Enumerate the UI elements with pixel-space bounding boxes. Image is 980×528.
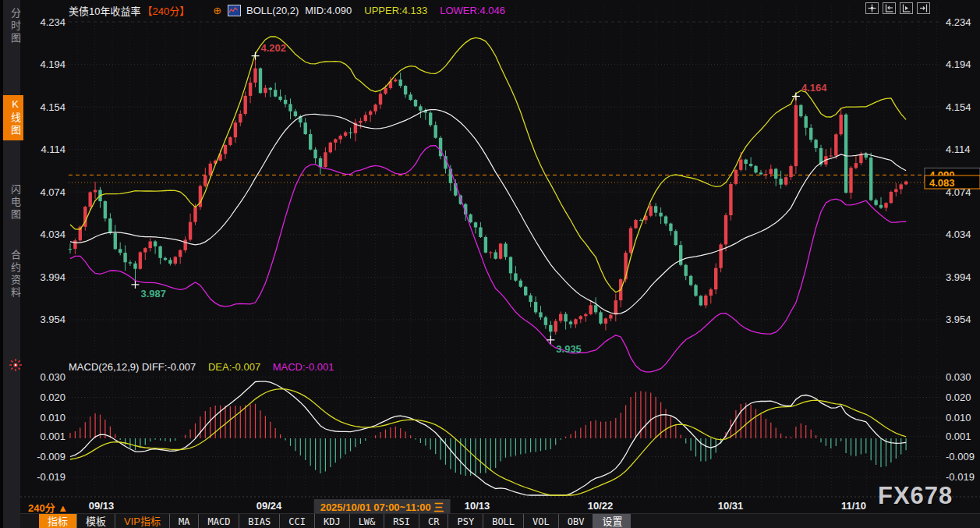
time-axis: 240分 ▲ 09/1309/242025/10/01 07:00~11:00 …	[0, 498, 980, 514]
sidebar-tab-time-chart[interactable]: 分时图	[3, 5, 23, 48]
svg-text:4.202: 4.202	[261, 42, 287, 54]
toolbar-item-BOLL[interactable]: BOLL	[483, 514, 523, 528]
axis-play-icon[interactable]	[900, 2, 913, 14]
svg-text:0.010: 0.010	[40, 412, 65, 423]
toolbar-item-MA[interactable]: MA	[169, 514, 198, 528]
boll-indicator-label: BOLL(20,2)	[246, 5, 299, 16]
svg-text:-0.019: -0.019	[37, 471, 65, 483]
toolbar-item-模板[interactable]: 模板	[76, 514, 115, 528]
indicator-toolbar: 指标模板VIP指标MAMACDBIASCCIKDJLW&RSICRPSYBOLL…	[20, 513, 980, 528]
toolbar-item-PSY[interactable]: PSY	[448, 514, 483, 528]
date-tick-highlight: 2025/10/01 07:00~11:00 三	[314, 499, 451, 514]
svg-text:-0.009: -0.009	[946, 451, 975, 462]
toolbar-item-RSI[interactable]: RSI	[384, 514, 419, 528]
macd-header: MACD(26,12,9) DIFF:-0.007 DEA:-0.007 MAC…	[69, 361, 334, 373]
toolbar-item-MACD[interactable]: MACD	[198, 514, 239, 528]
sidebar-tab-kline-chart[interactable]: K线图	[3, 95, 23, 140]
instrument-title: 美债10年收益率	[69, 3, 140, 18]
svg-text:3.935: 3.935	[556, 343, 582, 355]
svg-text:4.194: 4.194	[946, 58, 971, 70]
svg-text:4.194: 4.194	[40, 58, 65, 70]
svg-text:0.020: 0.020	[946, 392, 971, 403]
fx678-watermark: FX678	[878, 482, 953, 510]
svg-text:0.001: 0.001	[946, 431, 971, 442]
macd-bar-value: MACD:-0.001	[273, 361, 334, 373]
chart-canvas[interactable]: 4.2344.2344.1944.1944.1544.1544.1144.114…	[0, 0, 980, 528]
svg-text:3.994: 3.994	[946, 271, 971, 283]
date-tick: 11/10	[841, 500, 866, 512]
target-circle-icon[interactable]: ⊕	[213, 5, 221, 16]
svg-text:-0.009: -0.009	[37, 451, 65, 462]
svg-text:4.234: 4.234	[946, 16, 971, 28]
pan-crosshair-icon[interactable]	[865, 2, 879, 14]
toolbar-item-KDJ[interactable]: KDJ	[314, 514, 349, 528]
toolbar-item-LW&[interactable]: LW&	[349, 514, 384, 528]
svg-text:3.954: 3.954	[946, 314, 971, 325]
svg-text:4.154: 4.154	[40, 101, 65, 113]
macd-diff-value: MACD(26,12,9) DIFF:-0.007	[69, 361, 196, 373]
left-sidebar: 分时图 K线图 闪电图 合约资料	[0, 0, 20, 528]
mini-line-chart-icon[interactable]	[228, 5, 241, 16]
sidebar-tab-contract-info[interactable]: 合约资料	[3, 246, 23, 303]
toolbar-item-指标[interactable]: 指标	[39, 514, 76, 528]
chart-tool-icons	[865, 2, 930, 14]
chart-header: 美债10年收益率 【240分】 ⊕ BOLL(20,2) MID:4.090 U…	[69, 3, 505, 17]
red-flash-icon	[9, 358, 23, 372]
svg-text:4.083: 4.083	[929, 177, 955, 189]
svg-text:4.034: 4.034	[40, 229, 65, 240]
toolbar-item-设置[interactable]: 设置	[593, 514, 631, 528]
boll-upper-value: UPPER:4.133	[364, 5, 427, 16]
svg-text:0.030: 0.030	[40, 371, 65, 383]
svg-text:4.074: 4.074	[40, 186, 65, 198]
svg-text:0.010: 0.010	[946, 412, 971, 423]
toolbar-item-BIAS[interactable]: BIAS	[239, 514, 279, 528]
svg-text:0.001: 0.001	[40, 431, 65, 442]
toolbar-item-CR[interactable]: CR	[419, 514, 448, 528]
macd-dea-value: DEA:-0.007	[208, 361, 260, 373]
date-tick: 09/24	[256, 500, 282, 512]
svg-text:4.114: 4.114	[946, 144, 971, 155]
svg-text:3.954: 3.954	[40, 314, 65, 325]
svg-text:4.164: 4.164	[801, 82, 827, 94]
toolbar-item-OBV[interactable]: OBV	[558, 514, 593, 528]
svg-text:3.987: 3.987	[140, 288, 166, 299]
svg-text:3.994: 3.994	[40, 271, 65, 283]
svg-text:4.234: 4.234	[40, 16, 65, 28]
boll-mid-value: MID:4.090	[305, 5, 352, 16]
svg-text:4.154: 4.154	[946, 101, 971, 113]
svg-text:0.020: 0.020	[40, 392, 65, 403]
toolbar-item-CCI[interactable]: CCI	[279, 514, 314, 528]
date-tick: 10/31	[718, 500, 744, 512]
date-tick: 10/22	[588, 500, 614, 512]
svg-text:4.114: 4.114	[41, 144, 65, 155]
period-tag: 【240分】	[142, 3, 189, 18]
sidebar-tab-flash-chart[interactable]: 闪电图	[3, 181, 23, 225]
svg-text:0.030: 0.030	[946, 371, 971, 383]
toolbar-item-VIP指标[interactable]: VIP指标	[115, 514, 169, 528]
svg-text:4.034: 4.034	[946, 229, 971, 240]
axis-shift-right-icon[interactable]	[917, 2, 930, 14]
axis-left-edge-icon[interactable]	[883, 2, 896, 14]
date-tick: 10/13	[465, 500, 490, 512]
date-tick: 09/13	[89, 500, 115, 512]
boll-lower-value: LOWER:4.046	[440, 5, 505, 16]
toolbar-item-VOL[interactable]: VOL	[523, 514, 558, 528]
